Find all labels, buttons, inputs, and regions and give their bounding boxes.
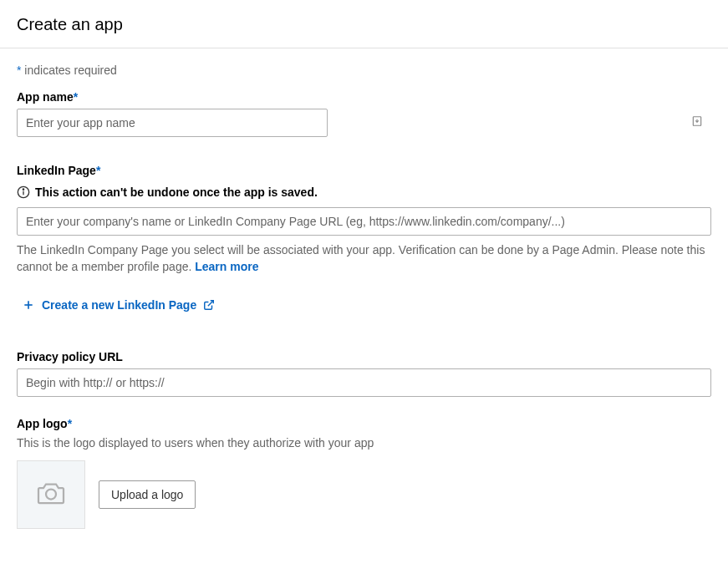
svg-point-4 (23, 189, 23, 190)
app-name-input[interactable] (17, 109, 328, 137)
app-name-label-text: App name (17, 90, 74, 104)
create-linkedin-page-text: Create a new LinkedIn Page (42, 298, 196, 312)
app-name-field-group: App name* (17, 90, 711, 137)
linkedin-page-label: LinkedIn Page* (17, 164, 711, 177)
privacy-policy-input[interactable] (17, 368, 711, 397)
required-asterisk: * (68, 417, 72, 430)
privacy-policy-field-group: Privacy policy URL (17, 350, 711, 397)
privacy-policy-label: Privacy policy URL (17, 350, 711, 363)
linkedin-page-input[interactable] (17, 207, 711, 236)
required-indicator-note: * indicates required (17, 63, 711, 77)
linkedin-page-warning-text: This action can't be undone once the app… (35, 185, 318, 199)
autofill-icon (691, 115, 703, 130)
linkedin-page-field-group: LinkedIn Page* This action can't be undo… (17, 164, 711, 315)
learn-more-link[interactable]: Learn more (195, 260, 258, 273)
svg-point-8 (46, 489, 56, 499)
upload-logo-button[interactable]: Upload a logo (99, 480, 196, 509)
linkedin-page-helper: The LinkedIn Company Page you select wil… (17, 242, 711, 275)
logo-placeholder[interactable] (17, 460, 85, 529)
app-logo-row: Upload a logo (17, 460, 711, 529)
app-name-label: App name* (17, 90, 711, 104)
linkedin-page-warning-row: This action can't be undone once the app… (17, 185, 711, 199)
page-title: Create an app (17, 15, 711, 34)
required-asterisk: * (74, 90, 78, 104)
required-asterisk: * (96, 164, 100, 177)
app-logo-field-group: App logo* This is the logo displayed to … (17, 417, 711, 529)
external-link-icon (203, 299, 215, 311)
linkedin-page-helper-text: The LinkedIn Company Page you select wil… (17, 243, 705, 273)
linkedin-page-label-text: LinkedIn Page (17, 164, 96, 177)
create-linkedin-page-link[interactable]: Create a new LinkedIn Page (22, 298, 215, 312)
plus-icon (22, 298, 35, 312)
form-body: * indicates required App name* LinkedIn … (0, 48, 728, 564)
camera-icon (36, 480, 66, 509)
required-note-text: indicates required (21, 63, 116, 77)
svg-rect-0 (693, 117, 700, 126)
app-logo-label-text: App logo (17, 417, 68, 430)
app-logo-helper: This is the logo displayed to users when… (17, 435, 711, 452)
svg-line-7 (208, 301, 213, 306)
app-logo-label: App logo* (17, 417, 711, 430)
page-header: Create an app (0, 0, 728, 48)
info-icon (17, 185, 30, 199)
app-name-input-wrap (17, 109, 711, 137)
